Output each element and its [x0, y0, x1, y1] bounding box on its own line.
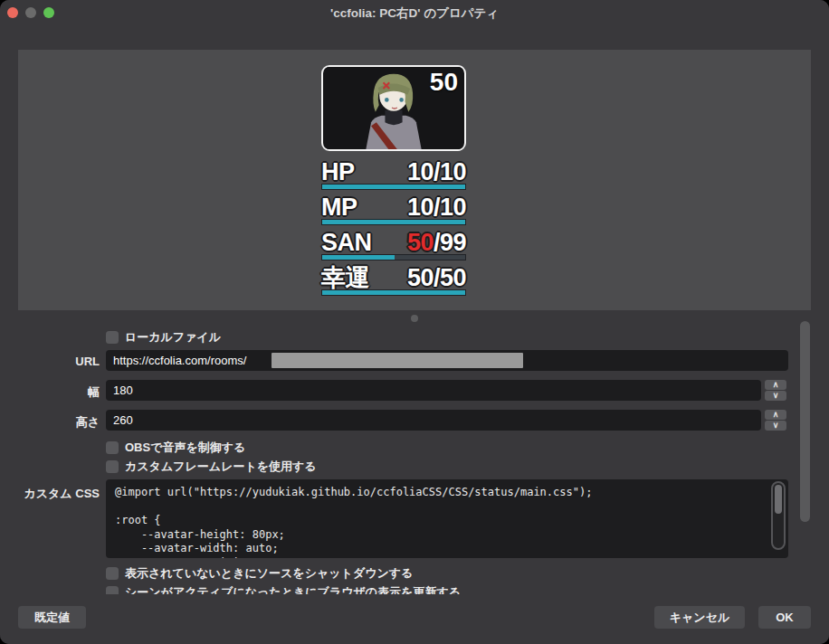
cancel-button[interactable]: キャンセル: [654, 606, 745, 629]
minimize-button[interactable]: [25, 7, 36, 18]
width-value: 180: [113, 384, 133, 397]
url-label: URL: [0, 355, 100, 368]
custom-fps-label: カスタムフレームレートを使用する: [125, 459, 317, 475]
properties-form: ローカルファイル URL https://ccfolia.com/rooms/ …: [0, 310, 829, 594]
spin-down-icon[interactable]: ∨: [765, 421, 786, 431]
stat-max: /50: [434, 264, 466, 291]
control-audio-row[interactable]: OBSで音声を制御する: [106, 440, 245, 456]
local-file-checkbox[interactable]: [106, 331, 119, 344]
stat-current: 50: [407, 229, 434, 256]
shutdown-checkbox[interactable]: [106, 567, 119, 580]
custom-fps-checkbox[interactable]: [106, 460, 119, 473]
spin-up-icon[interactable]: ∧: [765, 410, 786, 420]
stat-label: 幸運: [321, 265, 369, 290]
window-title: 'ccfolia: PC右D' のプロパティ: [0, 0, 829, 27]
url-value: https://ccfolia.com/rooms/: [113, 354, 246, 367]
properties-dialog: 'ccfolia: PC右D' のプロパティ: [0, 0, 829, 644]
stat-row-mp: MP 10/10: [321, 194, 466, 230]
textarea-scrollbar-thumb[interactable]: [775, 485, 782, 514]
stat-bar-san: [321, 254, 466, 260]
stat-bar-mp: [321, 219, 466, 225]
close-button[interactable]: [7, 7, 18, 18]
title-bar: 'ccfolia: PC右D' のプロパティ: [0, 0, 829, 27]
stat-row-luck: 幸運 50/50: [321, 265, 466, 300]
stat-max: /10: [434, 194, 466, 221]
refresh-label: シーンがアクティブになったときにブラウザの表示を更新する: [125, 584, 461, 594]
textarea-scrollbar[interactable]: [771, 481, 786, 550]
dialog-scrollbar-thumb[interactable]: [800, 321, 810, 522]
custom-fps-row[interactable]: カスタムフレームレートを使用する: [106, 459, 317, 475]
width-spinner: ∧ ∨: [765, 380, 786, 401]
browser-source-preview: 50 HP 10/10 MP 10/10 SAN 50/99: [18, 50, 811, 310]
stat-current: 10: [407, 158, 434, 185]
local-file-label: ローカルファイル: [125, 329, 221, 346]
custom-css-textarea[interactable]: @import url("https://yudukiak.github.io/…: [106, 479, 788, 558]
width-label: 幅: [0, 384, 100, 401]
defaults-button[interactable]: 既定値: [18, 606, 86, 629]
width-input[interactable]: 180: [106, 380, 761, 401]
height-label: 高さ: [0, 414, 100, 431]
redacted-room-id: [272, 353, 523, 368]
spin-up-icon[interactable]: ∧: [765, 380, 786, 390]
stat-label: HP: [321, 159, 355, 185]
stat-bar-luck: [321, 289, 466, 296]
url-input[interactable]: https://ccfolia.com/rooms/: [106, 350, 788, 371]
window-controls: [7, 7, 54, 18]
stat-label: SAN: [321, 230, 372, 255]
height-value: 260: [113, 413, 133, 427]
shutdown-row[interactable]: 表示されていないときにソースをシャットダウンする: [106, 565, 413, 582]
height-input[interactable]: 260: [106, 410, 761, 431]
shutdown-label: 表示されていないときにソースをシャットダウンする: [125, 565, 413, 582]
control-audio-label: OBSで音声を制御する: [125, 440, 245, 456]
stat-max: /99: [434, 229, 466, 256]
character-avatar: 50: [321, 65, 466, 151]
ok-button[interactable]: OK: [758, 606, 811, 629]
control-audio-checkbox[interactable]: [106, 441, 119, 454]
stat-max: /10: [434, 158, 466, 185]
height-spinner: ∧ ∨: [765, 410, 786, 431]
zoom-button[interactable]: [43, 7, 54, 18]
refresh-checkbox[interactable]: [106, 586, 119, 594]
stat-label: MP: [321, 194, 357, 220]
stat-row-hp: HP 10/10: [321, 159, 466, 194]
stat-current: 10: [407, 194, 434, 221]
footer-bar: 既定値 キャンセル OK: [0, 594, 829, 644]
refresh-row[interactable]: シーンがアクティブになったときにブラウザの表示を更新する: [106, 584, 461, 594]
stat-current: 50: [407, 264, 434, 291]
stat-bar-hp: [321, 184, 466, 190]
spin-down-icon[interactable]: ∨: [765, 391, 786, 401]
local-file-row[interactable]: ローカルファイル: [106, 329, 221, 346]
avatar-badge: 50: [430, 67, 458, 98]
stat-row-san: SAN 50/99: [321, 230, 466, 265]
custom-css-label: カスタム CSS: [0, 486, 100, 502]
custom-css-code: @import url("https://yudukiak.github.io/…: [106, 479, 788, 558]
